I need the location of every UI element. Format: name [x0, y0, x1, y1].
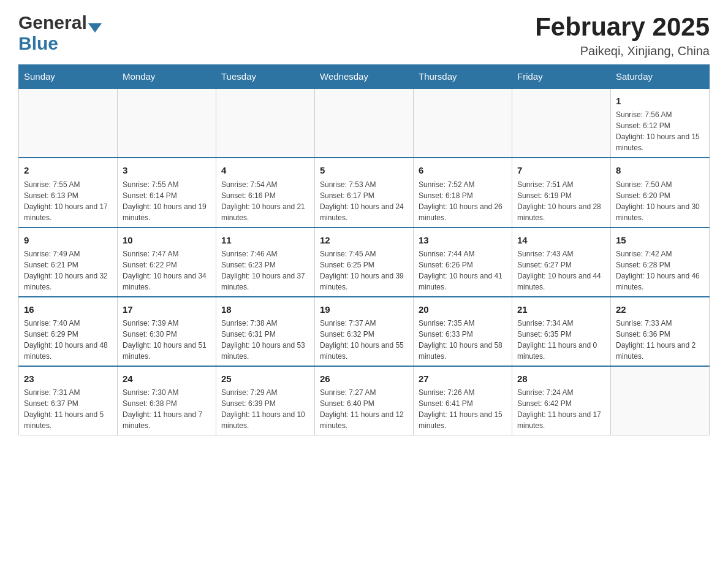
calendar-cell: 23Sunrise: 7:31 AMSunset: 6:37 PMDayligh…: [19, 366, 118, 435]
calendar-cell: 20Sunrise: 7:35 AMSunset: 6:33 PMDayligh…: [414, 297, 512, 366]
day-info: Sunrise: 7:55 AMSunset: 6:13 PMDaylight:…: [24, 179, 112, 223]
calendar-cell: 13Sunrise: 7:44 AMSunset: 6:26 PMDayligh…: [414, 228, 512, 297]
day-info: Sunrise: 7:49 AMSunset: 6:21 PMDaylight:…: [24, 248, 112, 293]
calendar-cell: 7Sunrise: 7:51 AMSunset: 6:19 PMDaylight…: [512, 158, 611, 227]
day-number: 12: [320, 233, 408, 247]
calendar-cell: [512, 88, 611, 158]
weekday-header-saturday: Saturday: [611, 65, 710, 89]
day-info: Sunrise: 7:44 AMSunset: 6:26 PMDaylight:…: [419, 248, 507, 293]
day-number: 5: [320, 163, 408, 177]
weekday-header-sunday: Sunday: [19, 65, 118, 89]
calendar-cell: 28Sunrise: 7:24 AMSunset: 6:42 PMDayligh…: [512, 366, 611, 435]
day-number: 19: [320, 302, 408, 316]
weekday-header-monday: Monday: [118, 65, 216, 89]
day-info: Sunrise: 7:29 AMSunset: 6:39 PMDaylight:…: [221, 387, 309, 431]
weekday-header-friday: Friday: [512, 65, 611, 89]
day-info: Sunrise: 7:31 AMSunset: 6:37 PMDaylight:…: [24, 387, 112, 431]
day-number: 17: [123, 302, 211, 316]
logo: General Blue: [18, 12, 102, 54]
day-number: 28: [517, 372, 605, 386]
calendar-cell: 10Sunrise: 7:47 AMSunset: 6:22 PMDayligh…: [118, 228, 216, 297]
calendar-cell: 27Sunrise: 7:26 AMSunset: 6:41 PMDayligh…: [414, 366, 512, 435]
day-number: 1: [616, 94, 704, 108]
month-title: February 2025: [535, 12, 710, 42]
weekday-header-tuesday: Tuesday: [216, 65, 315, 89]
day-number: 13: [419, 233, 507, 247]
day-number: 8: [616, 163, 704, 177]
logo-triangle-icon: [88, 23, 102, 33]
page-header: General Blue February 2025 Paikeqi, Xinj…: [18, 12, 710, 58]
day-info: Sunrise: 7:35 AMSunset: 6:33 PMDaylight:…: [419, 318, 507, 362]
calendar-cell: 24Sunrise: 7:30 AMSunset: 6:38 PMDayligh…: [118, 366, 216, 435]
calendar-cell: 9Sunrise: 7:49 AMSunset: 6:21 PMDaylight…: [19, 228, 118, 297]
logo-general-text: General: [18, 12, 87, 33]
calendar-cell: 11Sunrise: 7:46 AMSunset: 6:23 PMDayligh…: [216, 228, 315, 297]
day-number: 6: [419, 163, 507, 177]
day-number: 22: [616, 302, 704, 316]
calendar-cell: 8Sunrise: 7:50 AMSunset: 6:20 PMDaylight…: [611, 158, 710, 227]
calendar-cell: [19, 88, 118, 158]
day-info: Sunrise: 7:54 AMSunset: 6:16 PMDaylight:…: [221, 179, 309, 223]
calendar-cell: 6Sunrise: 7:52 AMSunset: 6:18 PMDaylight…: [414, 158, 512, 227]
calendar-cell: 26Sunrise: 7:27 AMSunset: 6:40 PMDayligh…: [315, 366, 414, 435]
calendar-cell: 21Sunrise: 7:34 AMSunset: 6:35 PMDayligh…: [512, 297, 611, 366]
day-info: Sunrise: 7:55 AMSunset: 6:14 PMDaylight:…: [123, 179, 211, 223]
calendar-week-row: 2Sunrise: 7:55 AMSunset: 6:13 PMDaylight…: [19, 158, 710, 227]
day-number: 10: [123, 233, 211, 247]
calendar-cell: [414, 88, 512, 158]
calendar-cell: [611, 366, 710, 435]
weekday-header-wednesday: Wednesday: [315, 65, 414, 89]
calendar-cell: 18Sunrise: 7:38 AMSunset: 6:31 PMDayligh…: [216, 297, 315, 366]
title-area: February 2025 Paikeqi, Xinjiang, China: [535, 12, 710, 58]
calendar-cell: [118, 88, 216, 158]
calendar-header-row: SundayMondayTuesdayWednesdayThursdayFrid…: [19, 65, 710, 89]
calendar-cell: [315, 88, 414, 158]
calendar-week-row: 9Sunrise: 7:49 AMSunset: 6:21 PMDaylight…: [19, 228, 710, 297]
day-number: 21: [517, 302, 605, 316]
day-info: Sunrise: 7:46 AMSunset: 6:23 PMDaylight:…: [221, 248, 309, 293]
day-info: Sunrise: 7:27 AMSunset: 6:40 PMDaylight:…: [320, 387, 408, 431]
calendar-cell: [216, 88, 315, 158]
day-info: Sunrise: 7:37 AMSunset: 6:32 PMDaylight:…: [320, 318, 408, 362]
day-number: 16: [24, 302, 112, 316]
day-info: Sunrise: 7:50 AMSunset: 6:20 PMDaylight:…: [616, 179, 704, 223]
calendar-cell: 22Sunrise: 7:33 AMSunset: 6:36 PMDayligh…: [611, 297, 710, 366]
calendar-cell: 19Sunrise: 7:37 AMSunset: 6:32 PMDayligh…: [315, 297, 414, 366]
day-number: 2: [24, 163, 112, 177]
calendar-cell: 5Sunrise: 7:53 AMSunset: 6:17 PMDaylight…: [315, 158, 414, 227]
calendar-cell: 12Sunrise: 7:45 AMSunset: 6:25 PMDayligh…: [315, 228, 414, 297]
calendar-cell: 16Sunrise: 7:40 AMSunset: 6:29 PMDayligh…: [19, 297, 118, 366]
day-number: 7: [517, 163, 605, 177]
day-info: Sunrise: 7:45 AMSunset: 6:25 PMDaylight:…: [320, 248, 408, 293]
day-info: Sunrise: 7:47 AMSunset: 6:22 PMDaylight:…: [123, 248, 211, 293]
day-info: Sunrise: 7:51 AMSunset: 6:19 PMDaylight:…: [517, 179, 605, 223]
day-number: 4: [221, 163, 309, 177]
day-number: 11: [221, 233, 309, 247]
calendar-cell: 15Sunrise: 7:42 AMSunset: 6:28 PMDayligh…: [611, 228, 710, 297]
location-title: Paikeqi, Xinjiang, China: [535, 44, 710, 58]
day-info: Sunrise: 7:40 AMSunset: 6:29 PMDaylight:…: [24, 318, 112, 362]
day-info: Sunrise: 7:53 AMSunset: 6:17 PMDaylight:…: [320, 179, 408, 223]
day-info: Sunrise: 7:56 AMSunset: 6:12 PMDaylight:…: [616, 109, 704, 153]
calendar-cell: 2Sunrise: 7:55 AMSunset: 6:13 PMDaylight…: [19, 158, 118, 227]
calendar-cell: 14Sunrise: 7:43 AMSunset: 6:27 PMDayligh…: [512, 228, 611, 297]
day-info: Sunrise: 7:43 AMSunset: 6:27 PMDaylight:…: [517, 248, 605, 293]
calendar-cell: 1Sunrise: 7:56 AMSunset: 6:12 PMDaylight…: [611, 88, 710, 158]
day-info: Sunrise: 7:52 AMSunset: 6:18 PMDaylight:…: [419, 179, 507, 223]
calendar-week-row: 23Sunrise: 7:31 AMSunset: 6:37 PMDayligh…: [19, 366, 710, 435]
day-info: Sunrise: 7:30 AMSunset: 6:38 PMDaylight:…: [123, 387, 211, 431]
calendar-table: SundayMondayTuesdayWednesdayThursdayFrid…: [18, 64, 710, 435]
calendar-cell: 3Sunrise: 7:55 AMSunset: 6:14 PMDaylight…: [118, 158, 216, 227]
day-info: Sunrise: 7:33 AMSunset: 6:36 PMDaylight:…: [616, 318, 704, 362]
calendar-cell: 17Sunrise: 7:39 AMSunset: 6:30 PMDayligh…: [118, 297, 216, 366]
day-info: Sunrise: 7:38 AMSunset: 6:31 PMDaylight:…: [221, 318, 309, 362]
day-info: Sunrise: 7:24 AMSunset: 6:42 PMDaylight:…: [517, 387, 605, 431]
day-number: 25: [221, 372, 309, 386]
calendar-week-row: 16Sunrise: 7:40 AMSunset: 6:29 PMDayligh…: [19, 297, 710, 366]
day-info: Sunrise: 7:42 AMSunset: 6:28 PMDaylight:…: [616, 248, 704, 293]
day-number: 3: [123, 163, 211, 177]
day-number: 9: [24, 233, 112, 247]
day-number: 26: [320, 372, 408, 386]
day-number: 14: [517, 233, 605, 247]
logo-blue-text: Blue: [18, 33, 58, 53]
